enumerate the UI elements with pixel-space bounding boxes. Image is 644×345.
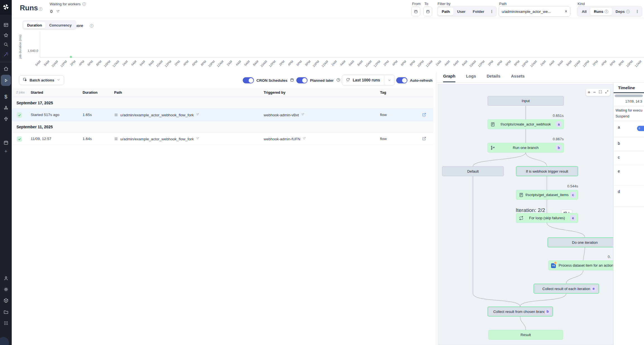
node-default-branch[interactable]: Default bbox=[442, 166, 504, 176]
waiting-filter-icon[interactable] bbox=[56, 9, 60, 15]
node-input-label: Input bbox=[522, 99, 530, 103]
path-filter-input[interactable] bbox=[502, 9, 563, 14]
col-started[interactable]: Started bbox=[31, 90, 43, 95]
kind-tab-runs[interactable]: Runs i bbox=[590, 8, 612, 15]
tab-details[interactable]: Details bbox=[487, 74, 500, 82]
col-triggered-by[interactable]: Triggered by bbox=[264, 90, 285, 95]
node-get-dataset-items[interactable]: f/scripts/get_dataset_items c bbox=[516, 190, 578, 200]
node-process-dataset-item[interactable]: TS Process dataset item for an action bbox=[548, 260, 613, 270]
cron-schedules-toggle[interactable] bbox=[243, 77, 254, 83]
timeline-row-b[interactable]: b bbox=[614, 137, 644, 151]
col-tag[interactable]: Tag bbox=[380, 90, 386, 95]
filter-more-menu-icon[interactable]: ⋮ bbox=[488, 8, 496, 15]
tab-assets[interactable]: Assets bbox=[511, 74, 525, 82]
tab-graph[interactable]: Graph bbox=[443, 74, 455, 82]
filter-tab-path[interactable]: Path bbox=[438, 8, 453, 15]
timeline-row-d[interactable]: d bbox=[614, 185, 644, 207]
col-path[interactable]: Path bbox=[114, 90, 122, 95]
load-more-info-icon[interactable]: i bbox=[90, 24, 93, 28]
fit-view-icon[interactable] bbox=[599, 90, 602, 95]
resources-prism-icon[interactable] bbox=[0, 115, 12, 123]
node-for-loop[interactable]: For loop (skip failures) e bbox=[516, 213, 578, 223]
batch-actions-label: Batch actions bbox=[30, 78, 54, 82]
tab-logs[interactable]: Logs bbox=[466, 74, 476, 82]
timeline-title[interactable]: Timeline bbox=[614, 83, 644, 90]
node-c-badge: c bbox=[570, 192, 576, 198]
timeline-bar-a[interactable]: 0 bbox=[637, 126, 644, 131]
apps-grid-icon[interactable] bbox=[0, 319, 12, 327]
path-filter-plus-icon[interactable] bbox=[196, 113, 199, 117]
row-triggered-by[interactable]: webhook-admin-fUFN bbox=[264, 137, 306, 141]
timeline-scrollbar[interactable] bbox=[615, 95, 643, 97]
kind-tabs: All Runs i Deps i ⋮ bbox=[577, 6, 642, 17]
row-path[interactable]: u/admin/example_actor_webhook_flow_fork bbox=[120, 113, 199, 117]
waiting-info-icon[interactable]: i bbox=[82, 2, 86, 6]
node-if-branch[interactable]: If is webhook trigger result bbox=[516, 166, 578, 176]
dollar-icon[interactable]: $ bbox=[0, 92, 12, 101]
date-group-header: September 17, 2025 bbox=[12, 97, 433, 109]
node-collect-each[interactable]: Collect result of each iteration e bbox=[534, 284, 599, 294]
kind-tab-all[interactable]: All bbox=[578, 8, 590, 15]
filter-tab-folder[interactable]: Folder bbox=[469, 8, 488, 15]
triggered-filter-plus-icon[interactable] bbox=[301, 113, 304, 117]
node-collect-chosen[interactable]: Collect result from chosen branch b bbox=[487, 307, 553, 317]
tab-duration[interactable]: Duration bbox=[23, 22, 45, 28]
filter-tab-user[interactable]: User bbox=[453, 8, 469, 15]
runs-info-icon[interactable]: i bbox=[39, 7, 42, 11]
home-icon[interactable] bbox=[0, 64, 12, 73]
node-run-one-branch[interactable]: Run one branch b bbox=[487, 143, 564, 153]
clear-path-icon[interactable]: × bbox=[565, 9, 567, 14]
expand-icon[interactable] bbox=[605, 90, 609, 95]
timeline-tab-underline bbox=[614, 92, 644, 93]
open-run-external-icon[interactable] bbox=[422, 112, 426, 118]
flow-graph-canvas[interactable]: + − Input 0.651s f/scripts/create_actor_… bbox=[438, 84, 613, 345]
last-runs-button[interactable]: Last 1000 runs bbox=[342, 75, 384, 85]
row-path[interactable]: u/admin/example_actor_webhook_flow_fork bbox=[120, 137, 199, 141]
node-input[interactable]: Input bbox=[487, 96, 564, 106]
runs-kind-info-icon: i bbox=[605, 10, 608, 13]
settings-gear-icon[interactable] bbox=[0, 285, 12, 293]
timeline-row-c[interactable]: c bbox=[614, 151, 644, 165]
folder-icon[interactable] bbox=[0, 308, 12, 316]
planned-later-toggle[interactable] bbox=[296, 77, 307, 83]
table-row[interactable]: Started 517s ago 1.65s u/admin/example_a… bbox=[12, 109, 433, 121]
node-create-actor-webhook[interactable]: f/scripts/create_actor_webhook a bbox=[487, 119, 564, 129]
tab-concurrency[interactable]: Concurrency bbox=[45, 22, 75, 28]
runs-play-icon[interactable] bbox=[0, 76, 12, 85]
app-window-icon[interactable] bbox=[0, 21, 12, 29]
zoom-in-icon[interactable]: + bbox=[588, 90, 590, 95]
row-triggered-by[interactable]: webhook-admin-vBxt bbox=[264, 113, 304, 117]
node-do-one-iteration[interactable]: Do one iteration bbox=[547, 237, 613, 247]
timeline-row-e[interactable]: e bbox=[614, 165, 644, 185]
legend-waiting: Waiting for execu bbox=[616, 108, 644, 112]
node-result[interactable]: Result bbox=[488, 330, 563, 340]
timeline-row-a[interactable]: a 0 bbox=[614, 121, 644, 137]
package-icon[interactable] bbox=[0, 296, 12, 305]
y-axis-label: job duration (ms) bbox=[18, 35, 22, 59]
magic-wand-icon[interactable] bbox=[0, 50, 12, 58]
kind-more-menu-icon[interactable]: ⋮ bbox=[633, 8, 641, 15]
star-icon[interactable] bbox=[0, 31, 12, 39]
kind-tab-deps[interactable]: Deps i bbox=[612, 8, 633, 15]
triggered-filter-plus-icon[interactable] bbox=[302, 137, 306, 141]
path-filter-plus-icon[interactable] bbox=[196, 137, 199, 141]
zoom-out-icon[interactable]: − bbox=[593, 90, 596, 95]
open-run-external-icon[interactable] bbox=[422, 136, 426, 142]
search-icon[interactable] bbox=[0, 40, 12, 49]
workers-cluster-icon[interactable] bbox=[0, 103, 12, 112]
windmill-logo-icon[interactable] bbox=[0, 3, 12, 11]
waiting-for-workers-label: Waiting for workers bbox=[50, 2, 81, 6]
from-date-button[interactable] bbox=[411, 7, 420, 16]
table-row[interactable]: 11/09, 12:57 1.64s u/admin/example_actor… bbox=[12, 133, 433, 145]
to-date-button[interactable] bbox=[423, 7, 432, 16]
schedules-calendar-icon[interactable] bbox=[0, 138, 12, 147]
batch-actions-button[interactable]: Batch actions bbox=[19, 75, 64, 85]
timeline-timestamp: 17/09, 14:3 bbox=[614, 97, 644, 106]
user-icon[interactable] bbox=[0, 274, 12, 282]
last-runs-chevron[interactable] bbox=[384, 75, 395, 85]
plus-icon[interactable]: + bbox=[0, 147, 12, 156]
waiting-for-workers: Waiting for workers i bbox=[50, 2, 86, 6]
col-duration[interactable]: Duration bbox=[83, 90, 97, 95]
auto-refresh-toggle[interactable] bbox=[396, 77, 407, 83]
row-triggered-text: webhook-admin-fUFN bbox=[264, 137, 300, 141]
